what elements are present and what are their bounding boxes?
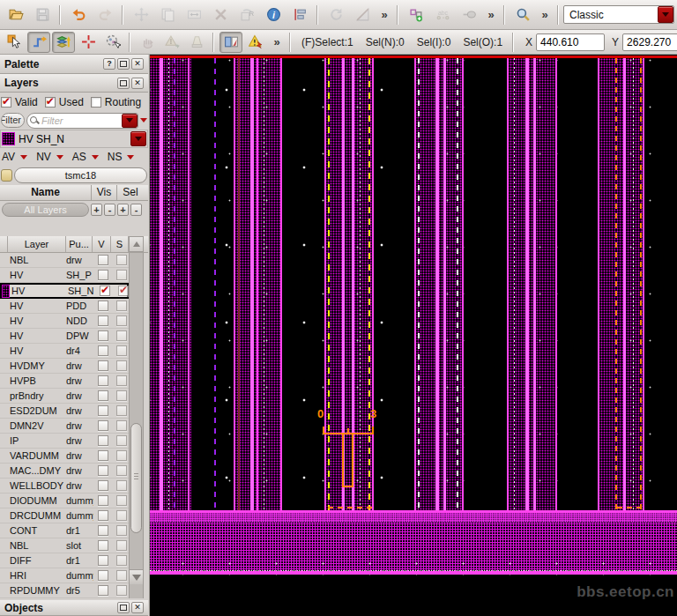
zoom-button[interactable] [510, 4, 535, 26]
layer-row-diodumm-dummy[interactable]: DIODUMMdummy [0, 494, 129, 508]
workspace-dropdown-arrow-icon[interactable] [658, 6, 673, 23]
crosshair-button[interactable] [77, 32, 100, 53]
y-coordinate-input[interactable] [622, 33, 677, 51]
redo-button[interactable] [93, 4, 117, 26]
valid-checkbox[interactable] [1, 97, 11, 108]
visibility-checkbox[interactable] [100, 286, 110, 296]
highlight-button[interactable] [185, 32, 208, 53]
layer-row-dmn2v-drw[interactable]: DMN2Vdrw [0, 419, 129, 434]
selectability-checkbox[interactable] [116, 555, 127, 566]
all-layers-button[interactable]: All Layers [2, 203, 89, 217]
validity-dropdown-ns[interactable]: NS [108, 151, 135, 163]
selectability-checkbox[interactable] [116, 510, 127, 521]
layout-canvas[interactable]: 0 3 bbs.eetop.cn [150, 55, 677, 616]
align-button[interactable] [287, 4, 312, 26]
visibility-checkbox[interactable] [98, 495, 108, 506]
x-coordinate-input[interactable] [536, 33, 605, 51]
create-pin-button[interactable] [457, 4, 481, 26]
layer-row-vardumm-drw[interactable]: VARDUMMdrw [0, 449, 129, 464]
close-button[interactable]: ✕ [131, 78, 144, 89]
visibility-checkbox[interactable] [98, 435, 108, 446]
visibility-checkbox[interactable] [98, 405, 108, 416]
create-label-button[interactable]: abc [430, 4, 455, 26]
filter-searchbox[interactable] [26, 113, 138, 129]
edit-in-place-button[interactable] [219, 32, 242, 53]
selectability-checkbox[interactable] [116, 375, 127, 386]
validity-dropdown-nv[interactable]: NV [36, 151, 63, 163]
selectability-checkbox[interactable] [116, 255, 127, 265]
layer-row-hv-ndd[interactable]: HVNDD [0, 314, 129, 329]
layer-row-rpdummy-dr5[interactable]: RPDUMMYdr5 [0, 583, 129, 598]
area-select-button[interactable] [101, 32, 124, 53]
layer-row-hv-dpw[interactable]: HVDPW [0, 329, 129, 344]
stretch-button[interactable] [182, 4, 206, 26]
layer-row-mac-dmy-drw[interactable]: MAC...DMYdrw [0, 464, 129, 479]
selectability-checkbox[interactable] [116, 270, 127, 280]
selectability-checkbox[interactable] [116, 345, 127, 356]
selectability-checkbox[interactable] [116, 585, 127, 596]
layer-row-hvpb-drw[interactable]: HVPBdrw [0, 374, 129, 389]
visibility-checkbox[interactable] [98, 315, 108, 326]
scroll-down-button[interactable] [130, 569, 143, 584]
used-checkbox[interactable] [45, 97, 56, 108]
selectability-checkbox[interactable] [116, 390, 127, 401]
visibility-checkbox[interactable] [98, 375, 108, 386]
selectability-checkbox[interactable] [116, 405, 127, 416]
float-button[interactable] [117, 602, 130, 613]
visibility-checkbox[interactable] [98, 465, 108, 476]
layer-row-esd2dum-drw[interactable]: ESD2DUMdrw [0, 404, 129, 419]
workspace-combo[interactable]: Classic [563, 5, 674, 24]
layer-table-scrollbar[interactable] [129, 253, 144, 598]
selectability-checkbox[interactable] [116, 540, 127, 551]
visibility-checkbox[interactable] [98, 301, 108, 311]
visibility-checkbox[interactable] [98, 510, 108, 521]
move-button[interactable] [129, 4, 153, 26]
visibility-checkbox[interactable] [98, 585, 108, 596]
scrollbar-thumb[interactable] [130, 423, 142, 533]
selectability-checkbox[interactable] [116, 450, 127, 461]
rotate-button[interactable]: R [234, 4, 259, 26]
selectability-checkbox[interactable] [116, 435, 127, 446]
layer-row-hvdmy-drw[interactable]: HVDMYdrw [0, 359, 129, 374]
show-toggle-button[interactable]: + [91, 204, 102, 216]
undo-button[interactable] [66, 4, 91, 26]
selectability-checkbox[interactable] [116, 330, 127, 341]
selectability-checkbox[interactable] [116, 315, 127, 326]
layer-row-hv-sh-n[interactable]: HVSH_N [0, 283, 129, 299]
close-button[interactable]: ✕ [131, 58, 144, 70]
filter-mode-button[interactable]: Filter [1, 113, 25, 128]
skip-warning-button[interactable]: ! [160, 32, 183, 53]
visibility-checkbox[interactable] [98, 360, 108, 371]
visibility-checkbox[interactable] [98, 525, 108, 536]
hide-toggle-button[interactable]: - [104, 204, 115, 216]
open-button[interactable] [4, 4, 28, 26]
check-errors-button[interactable] [244, 32, 267, 53]
show-toggle-button[interactable]: + [117, 204, 129, 216]
stop-button[interactable] [136, 32, 159, 53]
save-button[interactable] [30, 4, 55, 26]
layer-row-hv-sh-p[interactable]: HVSH_P [0, 268, 129, 283]
selectability-checkbox[interactable] [118, 286, 129, 296]
visibility-checkbox[interactable] [98, 570, 108, 581]
layer-row-hv-dr4[interactable]: HVdr4 [0, 344, 129, 359]
selected-shape-outline[interactable] [342, 434, 353, 487]
filter-dropdown-arrow-icon[interactable] [122, 114, 138, 128]
ruler-button[interactable] [350, 4, 375, 26]
layer-tap-button[interactable] [52, 32, 75, 53]
properties-button[interactable]: i [261, 4, 286, 26]
repeat-copy-button[interactable] [324, 4, 348, 26]
close-button[interactable]: ✕ [131, 602, 144, 613]
selectability-checkbox[interactable] [116, 570, 127, 581]
layer-row-ip-drw[interactable]: IPdrw [0, 434, 129, 449]
float-button[interactable] [117, 78, 130, 89]
selectability-checkbox[interactable] [116, 465, 127, 476]
layer-row-cont-dr1[interactable]: CONTdr1 [0, 523, 129, 538]
routing-checkbox[interactable] [91, 97, 101, 108]
layer-row-prbndry-drw[interactable]: prBndrydrw [0, 389, 129, 404]
select-mode-button[interactable] [3, 32, 26, 53]
visibility-checkbox[interactable] [98, 555, 108, 566]
visibility-checkbox[interactable] [98, 255, 108, 265]
scroll-up-button[interactable] [129, 236, 144, 252]
float-button[interactable] [117, 58, 130, 70]
validity-dropdown-as[interactable]: AS [72, 151, 99, 163]
